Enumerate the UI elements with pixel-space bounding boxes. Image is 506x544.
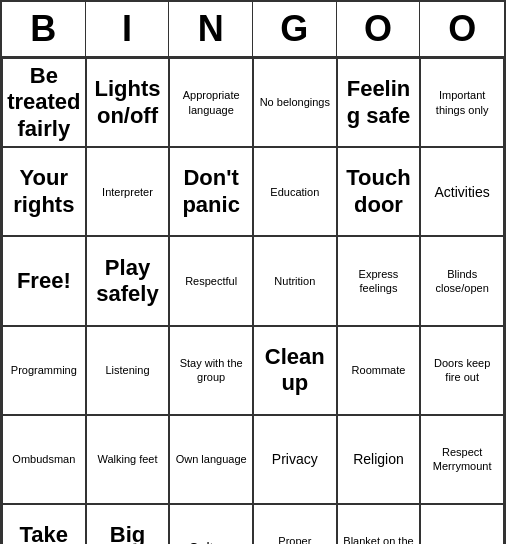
bingo-cell: Proper clothing bbox=[253, 504, 337, 544]
bingo-cell: Interpreter bbox=[86, 147, 170, 236]
bingo-cell: Programming bbox=[2, 326, 86, 415]
bingo-cell: Listening bbox=[86, 326, 170, 415]
bingo-cell: Privacy bbox=[253, 415, 337, 504]
header-letter: I bbox=[86, 2, 170, 56]
bingo-cell: No belongings bbox=[253, 58, 337, 147]
bingo-cell: Blanket on the bottom bbox=[337, 504, 421, 544]
bingo-cell: Free! bbox=[2, 236, 86, 325]
bingo-cell: Take stairs bbox=[2, 504, 86, 544]
bingo-cell: Activities bbox=[420, 147, 504, 236]
bingo-cell: Culture bbox=[169, 504, 253, 544]
bingo-cell: No elevators bbox=[420, 504, 504, 544]
bingo-cell: Touch door bbox=[337, 147, 421, 236]
bingo-cell: Appropriate language bbox=[169, 58, 253, 147]
bingo-header: BINGOO bbox=[2, 2, 504, 58]
header-letter: G bbox=[253, 2, 337, 56]
bingo-cell: Education bbox=[253, 147, 337, 236]
bingo-cell: Clean up bbox=[253, 326, 337, 415]
bingo-cell: Roommate bbox=[337, 326, 421, 415]
bingo-grid: Be treated fairlyLights on/offAppropriat… bbox=[2, 58, 504, 544]
bingo-cell: Express feelings bbox=[337, 236, 421, 325]
bingo-cell: Important things only bbox=[420, 58, 504, 147]
bingo-cell: Play safely bbox=[86, 236, 170, 325]
header-letter: O bbox=[420, 2, 504, 56]
bingo-cell: Be treated fairly bbox=[2, 58, 86, 147]
bingo-cell: Respect Merrymount bbox=[420, 415, 504, 504]
bingo-cell: Your rights bbox=[2, 147, 86, 236]
header-letter: N bbox=[169, 2, 253, 56]
header-letter: O bbox=[337, 2, 421, 56]
bingo-cell: Lights on/off bbox=[86, 58, 170, 147]
bingo-cell: Stay with the group bbox=[169, 326, 253, 415]
bingo-cell: Nutrition bbox=[253, 236, 337, 325]
bingo-card: BINGOO Be treated fairlyLights on/offApp… bbox=[0, 0, 506, 544]
bingo-cell: Respectful bbox=[169, 236, 253, 325]
bingo-cell: Ombudsman bbox=[2, 415, 86, 504]
bingo-cell: Big tree bbox=[86, 504, 170, 544]
bingo-cell: Feeling safe bbox=[337, 58, 421, 147]
bingo-cell: Don't panic bbox=[169, 147, 253, 236]
bingo-cell: Doors keep fire out bbox=[420, 326, 504, 415]
bingo-cell: Blinds close/open bbox=[420, 236, 504, 325]
bingo-cell: Own language bbox=[169, 415, 253, 504]
header-letter: B bbox=[2, 2, 86, 56]
bingo-cell: Walking feet bbox=[86, 415, 170, 504]
bingo-cell: Religion bbox=[337, 415, 421, 504]
